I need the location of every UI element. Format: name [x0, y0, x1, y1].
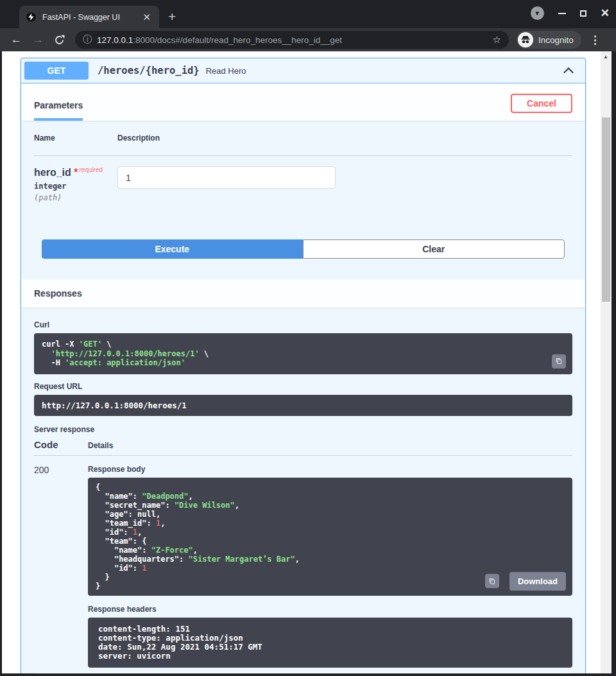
- back-icon[interactable]: ←: [11, 33, 22, 46]
- responses-header: Responses: [21, 279, 585, 308]
- column-code: Code: [34, 439, 88, 450]
- scroll-up-icon[interactable]: ▲: [603, 54, 608, 60]
- column-description: Description: [117, 134, 160, 143]
- scrollbar-thumb[interactable]: [602, 117, 610, 302]
- parameter-name: hero_id: [34, 167, 71, 178]
- site-info-icon[interactable]: ⓘ: [83, 34, 92, 46]
- collapse-chevron-icon[interactable]: [563, 67, 574, 74]
- url-bar[interactable]: ⓘ 127.0.0.1 :8000/docs#/default/read_her…: [75, 31, 509, 49]
- response-body-label: Response body: [88, 465, 572, 474]
- browser-window: FastAPI - Swagger UI ✕ + ▼ ✕ ← → ⓘ 127.0…: [0, 0, 616, 676]
- opblock-summary[interactable]: GET /heroes/{hero_id} Read Hero: [21, 58, 585, 83]
- request-url-label: Request URL: [34, 382, 572, 391]
- required-asterisk: *: [74, 167, 78, 178]
- copy-icon[interactable]: [552, 354, 566, 368]
- curl-label: Curl: [34, 320, 572, 329]
- incognito-label: Incognito: [538, 35, 574, 45]
- column-details: Details: [88, 441, 113, 450]
- incognito-badge: Incognito: [517, 31, 581, 49]
- tab-title: FastAPI - Swagger UI: [42, 13, 141, 22]
- clear-button[interactable]: Clear: [303, 239, 565, 259]
- responses-area: Curl curl -X 'GET' \ 'http://127.0.0.1:8…: [21, 308, 585, 673]
- url-path: :8000/docs#/default/read_hero_heroes__he…: [133, 35, 487, 45]
- endpoint-path: /heroes/{hero_id}: [89, 65, 206, 76]
- window-menu-icon[interactable]: ▼: [531, 6, 544, 20]
- parameter-location: (path): [34, 193, 117, 202]
- new-tab-button[interactable]: +: [168, 8, 176, 26]
- documented-responses-heading: Responses: [34, 673, 572, 673]
- curl-code-block: curl -X 'GET' \ 'http://127.0.0.1:8000/h…: [34, 333, 572, 374]
- method-badge: GET: [24, 62, 89, 80]
- tab-close-icon[interactable]: ✕: [141, 12, 153, 23]
- server-response-label: Server response: [34, 425, 572, 434]
- tab-strip: FastAPI - Swagger UI ✕ + ▼ ✕: [0, 0, 616, 28]
- download-button[interactable]: Download: [509, 572, 566, 591]
- fastapi-favicon-icon: [26, 12, 37, 22]
- endpoint-summary: Read Hero: [206, 66, 246, 76]
- forward-icon[interactable]: →: [33, 33, 44, 46]
- parameter-type: integer: [34, 182, 117, 191]
- hero-id-input[interactable]: [117, 166, 336, 189]
- parameters-header: Parameters Cancel: [21, 83, 585, 121]
- page-content: GET /heroes/{hero_id} Read Hero Paramete…: [2, 51, 612, 673]
- response-headers-label: Response headers: [88, 605, 572, 614]
- minimize-icon[interactable]: [558, 13, 566, 14]
- browser-menu-icon[interactable]: ⋮: [590, 33, 601, 47]
- required-label: required: [79, 166, 103, 173]
- parameter-row: hero_id *required integer (path): [34, 156, 572, 202]
- incognito-icon: [518, 32, 533, 48]
- copy-icon[interactable]: [485, 574, 499, 588]
- tab-parameters[interactable]: Parameters: [34, 100, 83, 121]
- request-url-value: http://127.0.0.1:8000/heroes/1: [34, 395, 572, 416]
- status-code: 200: [34, 465, 88, 668]
- execute-button[interactable]: Execute: [42, 239, 303, 259]
- response-body-block: { "name": "Deadpond", "secret_name": "Di…: [88, 478, 572, 596]
- scrollbar[interactable]: ▲: [601, 51, 612, 673]
- server-response-row: 200 Response body { "name": "Deadpond", …: [34, 456, 572, 668]
- maximize-icon[interactable]: [580, 10, 586, 17]
- url-host: 127.0.0.1: [97, 35, 133, 45]
- bookmark-star-icon[interactable]: ☆: [493, 34, 501, 46]
- column-name: Name: [34, 134, 117, 143]
- parameters-table: Name Description hero_id *required integ…: [21, 121, 585, 259]
- browser-toolbar: ← → ⓘ 127.0.0.1 :8000/docs#/default/read…: [0, 28, 616, 51]
- close-window-icon[interactable]: ✕: [601, 8, 610, 19]
- reload-icon[interactable]: [54, 35, 65, 46]
- swagger-ui: GET /heroes/{hero_id} Read Hero Paramete…: [2, 51, 601, 673]
- response-headers-block: content-length: 151content-type: applica…: [88, 618, 572, 668]
- cancel-button[interactable]: Cancel: [511, 94, 572, 113]
- opblock-get: GET /heroes/{hero_id} Read Hero Paramete…: [21, 58, 586, 673]
- browser-tab[interactable]: FastAPI - Swagger UI ✕: [19, 6, 159, 28]
